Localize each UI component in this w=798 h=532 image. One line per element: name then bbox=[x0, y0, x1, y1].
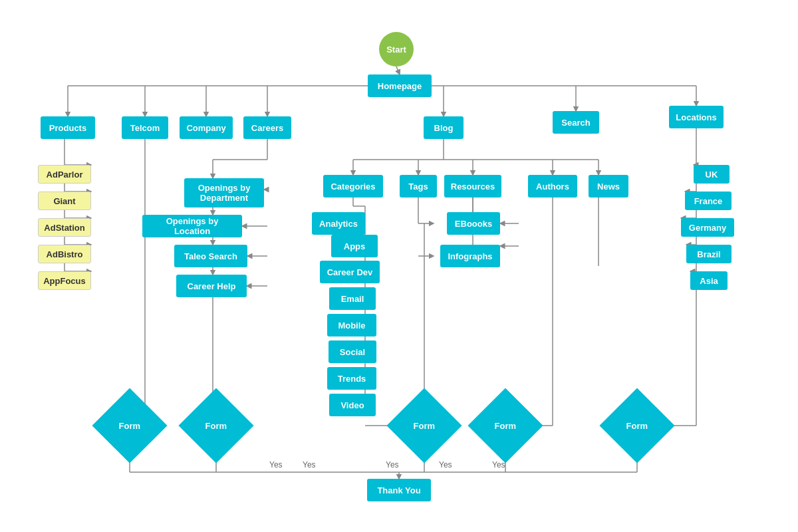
node-career_help: Career Help bbox=[176, 275, 247, 297]
node-france: France bbox=[685, 192, 732, 210]
node-careers: Careers bbox=[243, 116, 291, 139]
node-label-news: News bbox=[597, 182, 620, 192]
node-adparlor: AdParlor bbox=[38, 165, 91, 184]
node-label-analytics: Analytics bbox=[319, 219, 358, 229]
yes-label-3: Yes bbox=[439, 460, 452, 469]
node-label-giant: Giant bbox=[53, 196, 75, 206]
node-label-ebooks: EBoooks bbox=[455, 219, 492, 229]
node-label-career_help: Career Help bbox=[188, 281, 236, 291]
node-appfocus: AppFocus bbox=[38, 271, 91, 290]
node-email: Email bbox=[329, 287, 376, 310]
node-resources: Resources bbox=[444, 175, 501, 198]
node-categories: Categories bbox=[323, 175, 383, 198]
node-label-blog: Blog bbox=[434, 123, 454, 133]
yes-label-0: Yes bbox=[269, 460, 283, 469]
node-products: Products bbox=[41, 116, 95, 139]
node-career_dev: Career Dev bbox=[320, 261, 380, 283]
node-label-form5: Form bbox=[626, 421, 648, 431]
node-form1: Form bbox=[92, 388, 167, 463]
node-company: Company bbox=[180, 116, 233, 139]
node-locations: Locations bbox=[669, 106, 724, 128]
node-asia: Asia bbox=[690, 271, 728, 290]
node-blog: Blog bbox=[424, 116, 464, 139]
node-adstation: AdStation bbox=[38, 218, 91, 237]
node-uk: UK bbox=[694, 165, 730, 184]
node-form5: Form bbox=[599, 388, 674, 463]
node-label-adparlor: AdParlor bbox=[47, 170, 83, 180]
node-social: Social bbox=[329, 340, 376, 363]
node-label-email: Email bbox=[341, 294, 364, 304]
node-label-tags: Tags bbox=[408, 182, 428, 192]
node-label-career_dev: Career Dev bbox=[327, 267, 373, 277]
node-label-careers: Careers bbox=[251, 123, 283, 133]
node-label-appfocus: AppFocus bbox=[43, 276, 86, 286]
node-label-start: Start bbox=[386, 45, 406, 55]
yes-label-2: Yes bbox=[386, 460, 399, 469]
node-trends: Trends bbox=[327, 367, 376, 390]
node-form2: Form bbox=[178, 388, 253, 463]
node-label-uk: UK bbox=[706, 170, 718, 180]
node-label-brazil: Brazil bbox=[697, 249, 720, 259]
node-label-taleo_search: Taleo Search bbox=[184, 251, 237, 261]
node-label-categories: Categories bbox=[331, 182, 375, 192]
node-label-resources: Resources bbox=[451, 182, 495, 192]
node-infographs: Infographs bbox=[440, 245, 500, 267]
node-form4: Form bbox=[467, 388, 543, 463]
svg-line-0 bbox=[396, 66, 400, 74]
node-taleo_search: Taleo Search bbox=[174, 245, 247, 267]
node-label-form4: Form bbox=[495, 421, 517, 431]
node-analytics: Analytics bbox=[312, 212, 365, 235]
yes-label-4: Yes bbox=[492, 460, 505, 469]
node-ebooks: EBoooks bbox=[447, 212, 500, 235]
node-label-asia: Asia bbox=[700, 276, 718, 286]
node-tags: Tags bbox=[400, 175, 437, 198]
node-label-form2: Form bbox=[205, 421, 227, 431]
node-label-homepage: Homepage bbox=[378, 81, 422, 91]
node-label-telcom: Telcom bbox=[130, 123, 160, 133]
node-video: Video bbox=[329, 394, 376, 416]
node-label-trends: Trends bbox=[338, 374, 366, 384]
node-adbistro: AdBistro bbox=[38, 245, 91, 263]
node-form3: Form bbox=[386, 388, 462, 463]
node-label-social: Social bbox=[340, 347, 365, 357]
node-openings_loc: Openings by Location bbox=[142, 215, 242, 237]
node-label-adbistro: AdBistro bbox=[47, 249, 83, 259]
node-thankyou: Thank You bbox=[367, 479, 431, 501]
node-apps: Apps bbox=[331, 235, 378, 257]
node-germany: Germany bbox=[681, 218, 734, 237]
node-start: Start bbox=[379, 32, 414, 66]
node-giant: Giant bbox=[38, 192, 91, 210]
node-label-video: Video bbox=[340, 400, 364, 410]
node-authors: Authors bbox=[528, 175, 577, 198]
node-label-openings_loc: Openings by Location bbox=[148, 216, 237, 236]
node-mobile: Mobile bbox=[327, 314, 376, 336]
node-search: Search bbox=[553, 111, 599, 134]
node-label-search: Search bbox=[561, 118, 590, 128]
node-label-company: Company bbox=[186, 123, 225, 133]
node-label-thankyou: Thank You bbox=[377, 485, 420, 495]
node-brazil: Brazil bbox=[686, 245, 732, 263]
node-news: News bbox=[589, 175, 628, 198]
node-label-mobile: Mobile bbox=[338, 321, 365, 331]
node-openings_dept: Openings by Department bbox=[184, 178, 264, 207]
node-label-products: Products bbox=[49, 123, 86, 133]
node-label-apps: Apps bbox=[344, 241, 366, 251]
node-label-germany: Germany bbox=[689, 223, 726, 233]
flowchart-diagram: StartHomepageProductsTelcomCompanyCareer… bbox=[0, 0, 798, 532]
node-label-form1: Form bbox=[119, 421, 141, 431]
node-label-infographs: Infographs bbox=[448, 251, 492, 261]
node-label-adstation: AdStation bbox=[44, 223, 84, 233]
node-telcom: Telcom bbox=[122, 116, 168, 139]
node-label-form3: Form bbox=[414, 421, 436, 431]
node-label-locations: Locations bbox=[676, 112, 716, 122]
node-label-openings_dept: Openings by Department bbox=[198, 183, 251, 203]
node-label-france: France bbox=[694, 196, 723, 206]
node-homepage: Homepage bbox=[368, 74, 432, 97]
node-label-authors: Authors bbox=[536, 182, 569, 192]
yes-label-1: Yes bbox=[303, 460, 316, 469]
